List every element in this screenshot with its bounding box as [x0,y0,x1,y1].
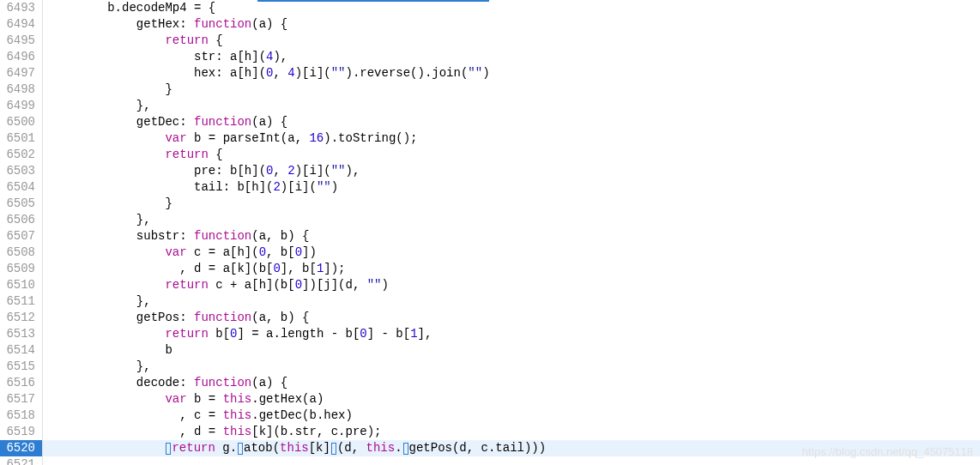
code-token: . [395,441,402,455]
code-token: "" [317,180,331,194]
code-line[interactable]: pre: b[h](0, 2)[i](""), [50,163,980,179]
code-line[interactable]: }, [50,212,980,228]
code-token: (a) { [251,17,287,31]
code-token: } [165,196,172,210]
line-number: 6517 [5,391,35,408]
code-token: function [194,376,251,390]
code-token: 0 [259,245,266,259]
code-line[interactable]: return b[0] = a.length - b[0] - b[1], [50,326,980,342]
code-content[interactable]: b.decodeMp4 = { getHex: function(a) { re… [43,0,980,465]
code-line[interactable]: , d = a[k](b[0], b[1]); [50,261,980,277]
code-line[interactable]: return { [50,147,980,163]
code-line[interactable]: var b = parseInt(a, 16).toString(); [50,130,980,147]
line-number: 6500 [5,114,35,130]
line-number: 6493 [5,0,35,16]
code-token: ], [418,327,433,341]
code-token: (a, b) { [251,229,309,243]
code-line[interactable]: } [50,196,980,212]
code-line[interactable]: b.decodeMp4 = { [50,0,980,16]
code-line[interactable]: , d = this[k](b.str, c.pre); [50,424,980,440]
code-line[interactable]: , c = this.getDec(b.hex) [50,408,980,424]
code-token: this [366,441,396,455]
code-token: , b[ [266,245,295,259]
code-token: ), [273,50,287,63]
code-line[interactable]: var c = a[h](0, b[0]) [50,245,980,261]
code-line[interactable]: var b = this.getHex(a) [50,391,980,408]
code-line[interactable]: b [50,342,980,359]
code-token: b [165,343,172,357]
code-token: ] - b[ [367,327,410,341]
code-token: 0 [273,262,280,275]
code-token: 0 [295,245,302,259]
code-token: return [165,33,208,47]
code-token: getPos(d, c.tail))) [409,441,547,455]
code-token: c = a[h]( [187,245,259,259]
code-token: , [273,66,287,80]
code-token: .getDec(b.hex) [251,408,353,422]
code-line[interactable]: hex: a[h](0, 4)[i]("").reverse().join(""… [50,65,980,82]
code-line[interactable] [50,456,980,465]
code-token: pre: b[h]( [194,164,266,178]
code-token: this [223,392,252,406]
line-number: 6509 [5,261,35,277]
line-number: 6521 [5,456,35,465]
code-line[interactable]: getDec: function(a) { [50,114,980,130]
code-token: (d, [337,441,366,455]
code-token: "" [367,278,382,292]
code-token: ]); [324,262,345,275]
code-line[interactable]: } [50,82,980,98]
code-line[interactable]: }, [50,293,980,310]
code-token: var [165,245,186,259]
code-line[interactable]: return c + a[h](b[0])[j](d, "") [50,277,980,293]
code-token: return [165,278,208,292]
line-number: 6495 [5,33,35,49]
line-number: 6518 [5,408,35,424]
code-line[interactable]: }, [50,98,980,114]
line-number: 6496 [5,49,35,65]
code-line[interactable]: return g.atob(this[k](d, this.getPos(d, … [43,440,980,456]
code-token: 1 [410,327,417,341]
code-line[interactable]: getHex: function(a) { [50,16,980,33]
line-number: 6499 [5,98,35,114]
code-token: , [273,164,287,178]
code-token: "" [331,66,346,80]
code-token: 0 [360,327,366,341]
code-token: var [165,131,186,145]
code-token: 0 [295,278,302,292]
code-token: str: a[h]( [194,50,266,63]
code-line[interactable]: str: a[h](4), [50,49,980,65]
code-token: decode: [136,376,194,390]
line-number: 6502 [5,147,35,163]
code-token: ) [382,278,389,292]
code-line[interactable]: decode: function(a) { [50,375,980,391]
code-line[interactable]: tail: b[h](2)[i]("") [50,179,980,196]
line-number: 6516 [5,375,35,391]
code-token: b.decodeMp4 = { [107,1,215,15]
line-number: 6503 [5,163,35,179]
line-number-gutter: 6493649464956496649764986499650065016502… [0,0,43,465]
code-token: ], b[ [281,262,317,275]
code-line[interactable]: }, [50,359,980,375]
line-number: 6498 [5,82,35,98]
code-token: )[i]( [281,180,317,194]
code-token: atob( [244,441,280,455]
code-token: tail: b[h]( [194,180,273,194]
code-token: var [165,392,186,406]
code-token: { [209,33,223,47]
code-token: return [172,441,215,455]
code-token: function [194,311,251,324]
code-token: function [194,229,251,243]
code-token: (a) { [251,115,287,129]
code-line[interactable]: return { [50,33,980,49]
code-line[interactable]: getPos: function(a, b) { [50,310,980,326]
line-number: 6514 [5,342,35,359]
code-token: ]) [302,245,317,259]
code-token: getHex: [136,17,194,31]
code-token: "" [331,164,346,178]
code-line[interactable]: substr: function(a, b) { [50,228,980,245]
code-editor[interactable]: 6493649464956496649764986499650065016502… [0,0,980,465]
code-token: 16 [309,131,324,145]
code-token: .getHex(a) [251,392,324,406]
line-number: 6513 [5,326,35,342]
code-token: }, [136,213,151,226]
